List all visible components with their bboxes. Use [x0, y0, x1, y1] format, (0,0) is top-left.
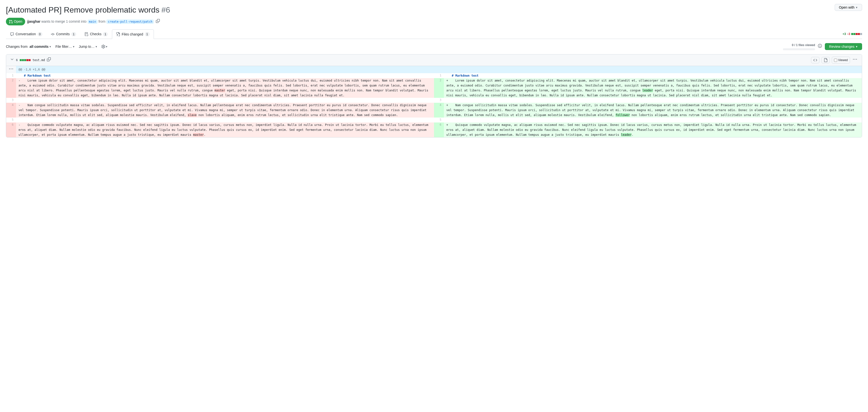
file-diffstat-blocks: [20, 59, 31, 61]
pr-merge-description: jjasghar wants to merge 1 commit into ma…: [27, 19, 154, 24]
checks-count: 1: [103, 32, 108, 36]
line-content-right: + Lorem ipsum dolor sit amet, consectetu…: [444, 78, 862, 98]
diff-settings-button[interactable]: ▼: [101, 45, 108, 48]
hunk-header: @@ -1,6 +1,6 @@: [6, 66, 862, 73]
diff-row: 2- Lorem ipsum dolor sit amet, consectet…: [6, 78, 862, 98]
gear-icon: [101, 45, 105, 48]
line-number-right[interactable]: 3: [434, 98, 444, 103]
comment-icon: [10, 32, 14, 36]
source-view-button[interactable]: [811, 57, 819, 63]
head-branch[interactable]: create-pull-request/patch: [106, 20, 154, 24]
file-filter-dropdown[interactable]: File filter… ▼: [56, 44, 75, 49]
unfold-icon: [9, 67, 13, 71]
pr-header: [Automated PR] Remove problematic words …: [6, 4, 862, 16]
base-branch[interactable]: main: [88, 20, 98, 24]
line-content-left: - Lorem ipsum dolor sit amet, consectetu…: [16, 78, 434, 98]
code-icon: [813, 58, 817, 62]
diff-row: 1# Markdown test1# Markdown test: [6, 73, 862, 78]
diff-toolbar: Changes from all commits ▼ File filter… …: [6, 43, 862, 50]
file-actions-menu[interactable]: [852, 57, 858, 64]
line-content-right: # Markdown test: [444, 73, 862, 78]
chevron-down-icon: ▼: [856, 6, 858, 9]
hunk-text: @@ -1,6 +1,6 @@: [16, 66, 862, 73]
tab-checks[interactable]: Checks 1: [81, 29, 112, 39]
line-number-left[interactable]: 1: [6, 73, 16, 78]
line-number-left[interactable]: 5: [6, 117, 16, 123]
file-diff: 6 test.md: [6, 54, 862, 137]
line-content-left: [16, 117, 434, 123]
line-number-right[interactable]: 5: [434, 117, 444, 123]
file-icon: [824, 58, 828, 62]
line-content-left: - Nam congue sollicitudin massa vitae so…: [16, 103, 434, 117]
info-icon[interactable]: [818, 44, 822, 49]
line-content-right: [444, 117, 862, 123]
git-commit-icon: [51, 32, 55, 36]
line-number-left[interactable]: 3: [6, 98, 16, 103]
commits-count: 1: [71, 32, 76, 36]
line-number-right[interactable]: 4: [434, 103, 444, 117]
expand-hunk-button[interactable]: [6, 66, 16, 73]
tabnav: Conversation 0 Commits 1 Checks 1 Files …: [6, 29, 862, 39]
diff-table: @@ -1,6 +1,6 @@1# Markdown test1# Markdo…: [6, 66, 862, 137]
line-number-left[interactable]: 2: [6, 78, 16, 98]
chevron-down-icon: ▼: [105, 45, 108, 48]
line-content-left: [16, 98, 434, 103]
copy-path-icon[interactable]: [47, 58, 51, 63]
line-content-left: - Quisque commodo vulputate magna, ac al…: [16, 123, 434, 137]
changes-from-dropdown[interactable]: Changes from all commits ▼: [6, 44, 52, 49]
diff-row: 4- Nam congue sollicitudin massa vitae s…: [6, 103, 862, 117]
chevron-down-icon: ▼: [95, 45, 97, 48]
chevron-down-icon: [10, 58, 14, 61]
viewed-checkbox[interactable]: Viewed: [832, 57, 850, 64]
tab-commits[interactable]: Commits 1: [46, 29, 81, 39]
line-number-right[interactable]: 2: [434, 78, 444, 98]
tab-files-changed[interactable]: Files changed 1: [112, 29, 154, 39]
file-name[interactable]: test.md: [33, 58, 45, 62]
copy-icon[interactable]: [156, 19, 160, 24]
file-diff-icon: [116, 32, 120, 36]
line-number-left[interactable]: 4: [6, 103, 16, 117]
tab-conversation[interactable]: Conversation 0: [6, 29, 46, 39]
diffstat-summary: +3 −3: [843, 32, 862, 36]
conversation-count: 0: [37, 32, 42, 36]
line-content-right: [444, 98, 862, 103]
checklist-icon: [85, 32, 89, 36]
chevron-down-icon: ▼: [49, 45, 52, 48]
rendered-view-button[interactable]: [822, 57, 830, 63]
files-viewed-progress: 0 / 1 files viewed: [783, 43, 815, 50]
diff-row: 33: [6, 98, 862, 103]
line-content-right: + Nam congue sollicitudin massa vitae so…: [444, 103, 862, 117]
file-header: 6 test.md: [6, 55, 862, 66]
pr-number: #6: [161, 4, 170, 16]
kebab-icon: [853, 58, 857, 61]
line-content-right: + Quisque commodo vulputate magna, ac al…: [444, 123, 862, 137]
chevron-down-icon: ▼: [72, 45, 75, 48]
pr-meta: Open jjasghar wants to merge 1 commit in…: [6, 18, 862, 25]
pr-author[interactable]: jjasghar: [27, 20, 40, 24]
line-number-left[interactable]: 6: [6, 123, 16, 137]
file-change-count: 6: [16, 58, 18, 62]
collapse-file-button[interactable]: [10, 58, 14, 63]
pr-title: [Automated PR] Remove problematic words: [6, 4, 159, 16]
state-badge: Open: [6, 18, 25, 25]
line-number-right[interactable]: 6: [434, 123, 444, 137]
jump-to-dropdown[interactable]: Jump to… ▼: [79, 44, 98, 49]
chevron-down-icon: ▼: [856, 45, 858, 48]
git-pull-request-icon: [9, 20, 13, 24]
diffstat-blocks: [851, 33, 862, 35]
line-number-right[interactable]: 1: [434, 73, 444, 78]
open-with-button[interactable]: Open with ▼: [835, 4, 862, 11]
viewed-checkbox-input[interactable]: [834, 59, 837, 62]
diff-row: 55: [6, 117, 862, 123]
diff-row: 6- Quisque commodo vulputate magna, ac a…: [6, 123, 862, 137]
files-changed-count: 1: [145, 32, 150, 36]
review-changes-button[interactable]: Review changes ▼: [825, 43, 862, 50]
line-content-left: # Markdown test: [16, 73, 434, 78]
